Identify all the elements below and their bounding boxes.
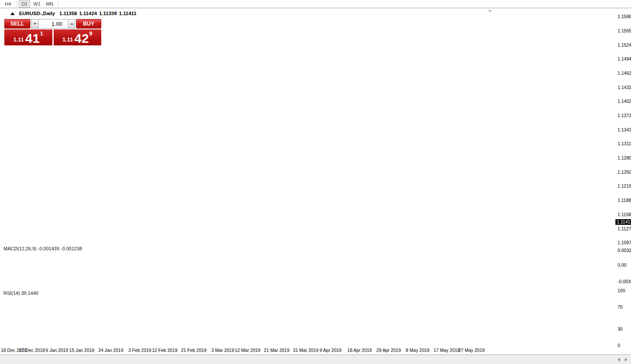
buy-price-display[interactable]: 1.11 42 9 (54, 29, 102, 45)
chart-symbol-label: EURUSD-,Daily (19, 11, 55, 16)
ohlc-low: 1.11339 (99, 11, 117, 16)
price-axis-label: 1.15550 (618, 28, 631, 33)
price-axis-label: 1.14025 (618, 99, 631, 104)
sell-price-display[interactable]: 1.11 41 1 (4, 29, 52, 45)
ohlc-open: 1.11358 (59, 11, 77, 16)
macd-axis-label: 0.00328 (618, 248, 631, 253)
volume-input[interactable] (39, 19, 68, 29)
sell-button[interactable]: SELL (4, 19, 30, 29)
buy-button[interactable]: BUY (76, 19, 101, 29)
timeframe-button-h4[interactable]: H4 (2, 0, 14, 8)
date-axis-label: 3 Feb 2019 (129, 348, 151, 353)
arrow-up-icon (70, 23, 74, 25)
date-axis-label: 18 Apr 2019 (348, 348, 372, 353)
price-axis-label: 1.13720 (618, 113, 631, 118)
timeframe-button-mn[interactable]: MN (44, 0, 55, 8)
timeframe-toolbar: H4D1W1MN (0, 0, 631, 8)
date-axis-label: 12 Mar 2019 (235, 348, 261, 353)
chart-shift-icon[interactable] (488, 10, 492, 13)
rsi-axis-label: 0 (618, 343, 620, 348)
rsi-axis-label: 100 (618, 288, 625, 293)
date-axis-label: 8 May 2019 (406, 348, 430, 353)
date-axis-label: 31 Mar 2019 (293, 348, 319, 353)
current-price-tag: 1.11411 (615, 219, 631, 225)
toolbar-separator (16, 1, 17, 7)
rsi-axis-label: 70 (618, 304, 623, 310)
price-axis-label: 1.14330 (618, 85, 631, 90)
chart-canvas[interactable] (0, 0, 631, 354)
toolbar-separator (58, 1, 58, 7)
buy-price-small: 1.11 (62, 36, 73, 43)
date-axis-label: 9 Apr 2019 (319, 348, 341, 353)
price-axis-label: 1.13110 (618, 141, 631, 146)
ohlc-close: 1.11411 (119, 11, 136, 16)
date-axis-label: 29 Apr 2019 (377, 348, 401, 353)
price-axis-label: 1.14940 (618, 56, 631, 61)
price-axis-label: 1.10970 (618, 240, 631, 245)
rsi-axis-label: 30 (618, 326, 623, 332)
buy-price-big: 42 (74, 32, 89, 44)
date-axis-label: 12 Feb 2019 (152, 348, 177, 353)
price-axis-label: 1.12500 (618, 169, 631, 175)
timeframe-button-w1[interactable]: W1 (31, 0, 43, 8)
date-axis-label: 21 Feb 2019 (181, 348, 206, 353)
chart-tabs-bar (0, 354, 631, 364)
price-axis-label: 1.11885 (618, 198, 631, 203)
price-axis-label: 1.15860 (618, 14, 631, 19)
date-axis-label: 15 Jan 2019 (69, 348, 94, 353)
rsi-indicator-label: RSI(14) 39.1440 (3, 291, 39, 296)
price-axis-label: 1.12805 (618, 155, 631, 160)
chart-title: EURUSD-,Daily 1.11358 1.11424 1.11339 1.… (10, 11, 138, 16)
sell-price-small: 1.11 (13, 36, 24, 43)
price-axis-label: 1.11580 (618, 212, 631, 217)
arrow-down-icon (33, 23, 37, 25)
macd-axis-label: 0.00 (618, 262, 626, 268)
volume-decrease-button[interactable] (31, 19, 39, 29)
date-axis-label: 24 Jan 2019 (98, 348, 123, 353)
sell-price-big: 41 (25, 32, 39, 44)
date-axis-label: 27 Dec 2018 (19, 348, 45, 353)
timeframe-button-d1[interactable]: D1 (19, 0, 30, 8)
date-axis-label: 6 Jan 2019 (46, 348, 68, 353)
sell-price-sup: 1 (40, 30, 43, 37)
price-axis-label: 1.12195 (618, 183, 631, 188)
one-click-panel-toggle-icon[interactable] (10, 12, 15, 15)
tabs-scroll-left-icon[interactable] (618, 358, 620, 361)
date-axis-label: 27 May 2019 (458, 348, 485, 353)
date-axis-label: 3 Mar 2019 (211, 348, 234, 353)
macd-axis-label: -0.00365 (618, 279, 631, 284)
buy-price-sup: 9 (89, 30, 92, 37)
volume-increase-button[interactable] (68, 19, 75, 29)
price-axis-label: 1.14635 (618, 70, 631, 76)
price-axis-label: 1.13415 (618, 127, 631, 132)
date-axis-label: 17 May 2019 (434, 348, 460, 353)
one-click-trading-panel: SELL BUY 1.11 41 1 1.11 42 9 (4, 19, 101, 45)
price-axis-label: 1.11275 (618, 226, 631, 231)
tabs-scroll-right-icon[interactable] (625, 358, 628, 361)
price-axis-label: 1.15245 (618, 42, 631, 48)
macd-indicator-label: MACD(12,26,9) -0.001439 -0.001238 (3, 246, 82, 251)
tabs-scroll-arrows (618, 358, 628, 361)
date-axis-label: 21 Mar 2019 (264, 348, 290, 353)
ohlc-high: 1.11424 (79, 11, 97, 16)
